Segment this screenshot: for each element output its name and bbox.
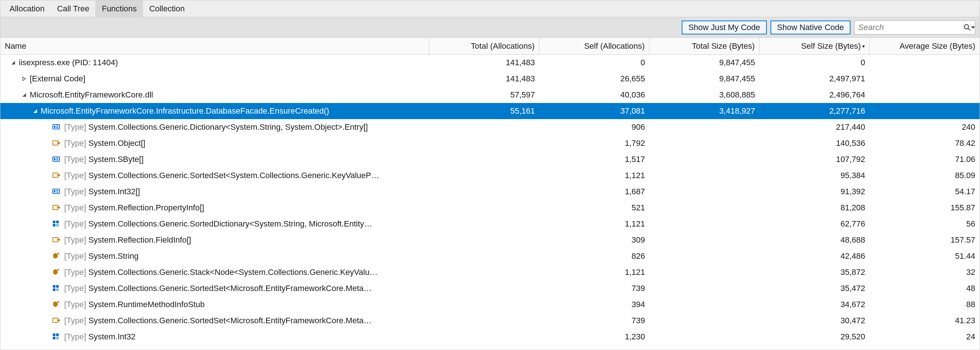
svg-rect-17 — [53, 221, 56, 223]
column-self-allocations[interactable]: Self (Allocations) — [539, 38, 649, 54]
expander-placeholder — [42, 252, 50, 260]
svg-rect-7 — [53, 157, 59, 161]
cell-ssize: 48,688 — [759, 235, 870, 245]
cell-self: 906 — [539, 122, 649, 132]
show-just-my-code-button[interactable]: Show Just My Code — [682, 21, 767, 35]
svg-rect-27 — [53, 334, 56, 336]
cell-avg: 48 — [870, 283, 980, 293]
table-row[interactable]: [Type]System.Collections.Generic.SortedD… — [0, 216, 980, 232]
table-row[interactable]: iisexpress.exe (PID: 11404)141,48309,847… — [0, 55, 980, 71]
cell-avg: 157.57 — [870, 235, 980, 245]
cell-self: 0 — [539, 58, 649, 67]
table-row[interactable]: [Type]System.Collections.Generic.SortedS… — [0, 280, 980, 296]
expander-placeholder — [42, 301, 50, 309]
column-average-size[interactable]: Average Size (Bytes) — [870, 38, 980, 54]
type-label: [Type] — [64, 139, 86, 148]
expander-placeholder — [42, 268, 50, 276]
tab-bar: Allocation Call Tree Functions Collectio… — [0, 0, 980, 17]
table-row[interactable]: [Type]System.SByte[]1,517107,79271.06 — [0, 151, 980, 168]
column-total-size[interactable]: Total Size (Bytes) — [649, 38, 759, 54]
expander-open-icon[interactable] — [31, 107, 39, 115]
row-name: System.Int32 — [88, 332, 135, 342]
table-row[interactable]: Microsoft.EntityFrameworkCore.dll57,5974… — [0, 87, 980, 103]
cell-ssize: 34,672 — [759, 300, 870, 309]
type-label: [Type] — [64, 219, 86, 229]
row-name: System.String — [88, 252, 139, 261]
cell-total: 141,483 — [429, 74, 539, 84]
cell-ssize: 35,872 — [759, 268, 870, 277]
type-coll-icon — [52, 332, 61, 342]
cell-avg: 51.44 — [870, 252, 980, 261]
table-row-selected[interactable]: Microsoft.EntityFrameworkCore.Infrastruc… — [0, 103, 980, 119]
cell-self: 1,230 — [539, 332, 649, 342]
table-row[interactable]: [Type]System.RuntimeMethodInfoStub39434,… — [0, 296, 980, 313]
svg-rect-22 — [53, 285, 56, 288]
cell-ssize: 95,384 — [759, 171, 870, 180]
table-row[interactable]: [Type]System.String82642,48651.44 — [0, 248, 980, 264]
cell-self: 40,036 — [539, 90, 649, 100]
cell-total: 141,483 — [429, 58, 539, 67]
row-name: System.Collections.Generic.SortedSet<Sys… — [88, 171, 379, 180]
expander-placeholder — [42, 139, 50, 147]
expander-placeholder — [42, 236, 50, 244]
column-self-size[interactable]: Self Size (Bytes) — [759, 38, 870, 54]
cell-self: 37,081 — [539, 106, 649, 116]
type-label: [Type] — [64, 332, 86, 342]
column-name[interactable]: Name — [0, 38, 429, 54]
svg-rect-12 — [53, 189, 59, 193]
expander-open-icon[interactable] — [20, 91, 28, 99]
cell-self: 521 — [539, 203, 649, 212]
row-name: System.Collections.Generic.SortedDiction… — [88, 219, 372, 229]
table-row[interactable]: [Type]System.Object[]1,792140,53678.42 — [0, 135, 980, 151]
row-name: System.Collections.Generic.Stack<Node<Sy… — [88, 268, 377, 277]
table-row[interactable]: [Type]System.Int321,23029,52024 — [0, 329, 980, 345]
svg-rect-10 — [56, 160, 58, 160]
table-row[interactable]: [Type]System.Collections.Generic.SortedS… — [0, 168, 980, 184]
tab-collection[interactable]: Collection — [143, 0, 191, 17]
tab-allocation[interactable]: Allocation — [3, 0, 51, 17]
tab-call-tree[interactable]: Call Tree — [51, 0, 95, 17]
show-native-code-button[interactable]: Show Native Code — [770, 21, 851, 35]
table-row[interactable]: [Type]System.Collections.Generic.SortedS… — [0, 313, 980, 329]
expander-placeholder — [42, 220, 50, 228]
cell-avg: 240 — [870, 122, 980, 132]
svg-rect-19 — [53, 224, 56, 226]
cell-ssize: 35,472 — [759, 283, 870, 293]
type-label: [Type] — [64, 283, 86, 293]
cell-avg: 41.23 — [870, 316, 980, 325]
cell-ssize: 2,496,764 — [759, 90, 870, 100]
table-body[interactable]: iisexpress.exe (PID: 11404)141,48309,847… — [0, 55, 980, 350]
cell-tsize: 9,847,455 — [649, 58, 759, 67]
cell-ssize: 2,277,716 — [759, 106, 870, 116]
expander-placeholder — [42, 155, 50, 163]
table-row[interactable]: [Type]System.Collections.Generic.Stack<N… — [0, 264, 980, 280]
svg-rect-5 — [56, 127, 58, 128]
expander-closed-icon[interactable] — [20, 75, 28, 83]
row-name: System.SByte[] — [88, 155, 143, 164]
expander-placeholder — [42, 317, 50, 325]
svg-rect-29 — [53, 337, 56, 339]
column-total-allocations[interactable]: Total (Allocations) — [429, 38, 539, 54]
search-input[interactable] — [854, 23, 963, 32]
svg-rect-9 — [56, 158, 58, 159]
cell-ssize: 30,472 — [759, 316, 870, 325]
svg-rect-24 — [53, 288, 56, 291]
search-icon[interactable] — [963, 21, 971, 34]
cell-avg: 155.87 — [870, 203, 980, 212]
table-row[interactable]: [Type]System.Reflection.FieldInfo[]30948… — [0, 232, 980, 248]
table-row[interactable]: [Type]System.Collections.Generic.Diction… — [0, 119, 980, 135]
type-label: [Type] — [64, 171, 86, 180]
expander-placeholder — [42, 171, 50, 180]
table-row[interactable]: [Type]System.Int32[]1,68791,39254.17 — [0, 184, 980, 200]
table-row[interactable]: [Type]System.Reflection.PropertyInfo[]52… — [0, 200, 980, 216]
cell-self: 1,121 — [539, 268, 649, 277]
svg-rect-15 — [56, 192, 58, 192]
cell-avg: 32 — [870, 268, 980, 277]
search-dropdown-icon[interactable] — [971, 21, 975, 34]
type-out-icon — [52, 235, 61, 245]
table-row[interactable]: [External Code]141,48326,6559,847,4552,4… — [0, 71, 980, 87]
svg-line-1 — [968, 29, 970, 30]
tab-functions[interactable]: Functions — [95, 0, 143, 17]
expander-open-icon[interactable] — [9, 59, 17, 67]
expander-placeholder — [42, 333, 50, 341]
